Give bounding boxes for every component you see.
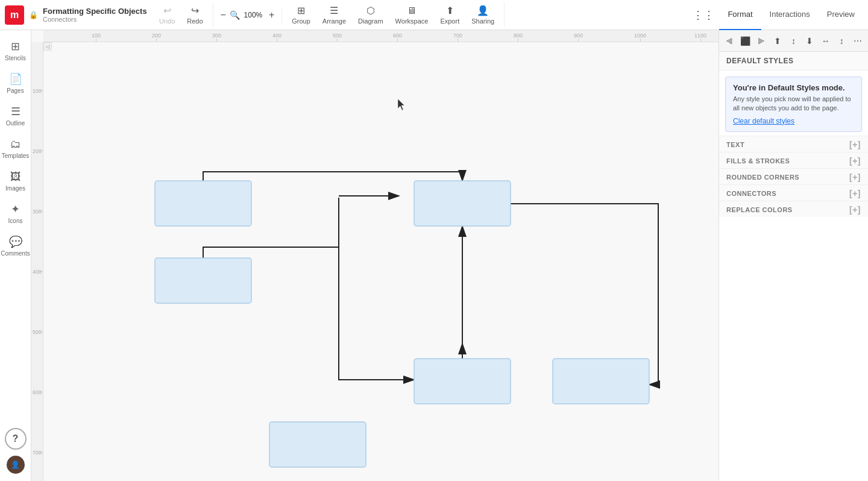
- sidebar-item-comments[interactable]: 💬 Comments: [2, 230, 29, 262]
- workspace-icon: 🖥: [407, 5, 417, 16]
- align-middle-icon[interactable]: ↕: [785, 33, 802, 49]
- export-button[interactable]: ⬆ Export: [435, 2, 464, 27]
- section-rounded-toggle: [+]: [849, 172, 861, 182]
- clear-default-styles-link[interactable]: Clear default styles: [733, 117, 854, 125]
- help-button[interactable]: ?: [5, 428, 27, 450]
- toolbar: m 🔒 Formatting Specific Objects Connecto…: [0, 0, 868, 30]
- sidebar-item-outline[interactable]: ☰ Outline: [2, 100, 29, 131]
- section-text-toggle: [+]: [849, 140, 861, 149]
- distribute-h-icon[interactable]: ↔: [817, 33, 834, 49]
- zoom-in-button[interactable]: +: [266, 7, 277, 23]
- section-text[interactable]: TEXT [+]: [719, 136, 868, 152]
- diagram-button[interactable]: ⬡ Diagram: [353, 2, 388, 27]
- group-arrange-group: ⊞ Group ☰ Arrange ⬡ Diagram 🖥 Workspace …: [282, 2, 505, 27]
- left-sidebar: ⊞ Stencils 📄 Pages ☰ Outline 🗂 Templates…: [0, 30, 31, 481]
- align-bottom-icon[interactable]: ⬇: [802, 33, 818, 49]
- box-4[interactable]: [414, 359, 511, 404]
- connector-6: [339, 198, 414, 380]
- undo-button[interactable]: ↩ Undo: [154, 2, 180, 27]
- box-3[interactable]: [155, 258, 251, 303]
- more-options-icon[interactable]: ⋮⋮: [688, 8, 719, 22]
- arrange-button[interactable]: ☰ Arrange: [318, 2, 351, 27]
- doc-title: Formatting Specific Objects: [43, 7, 147, 16]
- connector-3: [511, 204, 658, 385]
- section-replace-toggle: [+]: [849, 205, 861, 215]
- section-connectors[interactable]: CONNECTORS [+]: [719, 184, 868, 201]
- connector-1: [203, 172, 462, 181]
- comments-icon: 💬: [9, 235, 22, 248]
- templates-icon: 🗂: [10, 138, 21, 151]
- sidebar-item-icons[interactable]: ✦ Icons: [2, 198, 29, 229]
- pages-icon: 📄: [9, 72, 22, 86]
- diagram-icon: ⬡: [366, 5, 375, 16]
- export-icon: ⬆: [446, 5, 454, 16]
- undo-icon: ↩: [163, 5, 171, 16]
- align-left-icon[interactable]: ⫷: [722, 33, 738, 49]
- canvas-wrapper[interactable]: 100 200 300 400 500 600 700 800 900 1000…: [31, 30, 719, 481]
- collapse-toggle[interactable]: ◁: [43, 42, 52, 51]
- redo-button[interactable]: ↪ Redo: [182, 2, 207, 27]
- undo-redo-group: ↩ Undo ↪ Redo: [149, 2, 213, 27]
- section-fills-toggle: [+]: [849, 156, 861, 166]
- zoom-group: − 🔍 100% +: [213, 7, 283, 23]
- panel-header: DEFAULT STYLES: [719, 52, 868, 71]
- section-rounded-corners[interactable]: ROUNDED CORNERS [+]: [719, 168, 868, 184]
- right-panel-icons: ⫷ ⬛ ⫸ ⬆ ↕ ⬇ ↔ ↕ ⋯: [719, 30, 868, 52]
- box-1[interactable]: [155, 181, 251, 226]
- zoom-out-button[interactable]: −: [218, 7, 228, 23]
- more-align-icon[interactable]: ⋯: [850, 33, 866, 49]
- workspace-button[interactable]: 🖥 Workspace: [391, 3, 433, 27]
- tab-format[interactable]: Format: [719, 0, 761, 30]
- main-area: ⊞ Stencils 📄 Pages ☰ Outline 🗂 Templates…: [0, 30, 868, 481]
- right-panel: ⫷ ⬛ ⫸ ⬆ ↕ ⬇ ↔ ↕ ⋯ DEFAULT STYLES You're …: [719, 30, 868, 481]
- sharing-icon: 👤: [477, 5, 489, 16]
- group-icon: ⊞: [297, 5, 305, 16]
- zoom-search-icon: 🔍: [230, 10, 240, 20]
- lock-icon: 🔒: [29, 11, 38, 19]
- right-tabs: ⋮⋮ Format Interactions Preview: [688, 0, 863, 30]
- sidebar-item-templates[interactable]: 🗂 Templates: [2, 133, 29, 164]
- app-logo: m: [5, 5, 24, 25]
- arrange-icon: ☰: [330, 5, 338, 16]
- sidebar-item-pages[interactable]: 📄 Pages: [2, 68, 29, 99]
- box-2[interactable]: [414, 181, 511, 226]
- tab-interactions[interactable]: Interactions: [761, 0, 819, 30]
- group-button[interactable]: ⊞ Group: [287, 2, 315, 27]
- logo-area: m 🔒 Formatting Specific Objects Connecto…: [5, 5, 149, 25]
- section-connectors-toggle: [+]: [849, 189, 861, 198]
- default-styles-banner: You're in Default Styles mode. Any style…: [725, 77, 862, 132]
- sidebar-item-stencils[interactable]: ⊞ Stencils: [2, 35, 29, 66]
- section-fills[interactable]: FILLS & STROKES [+]: [719, 152, 868, 168]
- banner-desc: Any style you pick now will be applied t…: [733, 95, 854, 113]
- zoom-level: 100%: [241, 11, 265, 19]
- diagram-canvas[interactable]: [43, 42, 719, 481]
- box-5[interactable]: [553, 359, 649, 404]
- banner-title: You're in Default Styles mode.: [733, 83, 854, 92]
- align-top-icon[interactable]: ⬆: [770, 33, 786, 49]
- distribute-v-icon[interactable]: ↕: [834, 33, 850, 49]
- box-6[interactable]: [269, 422, 366, 467]
- icons-icon: ✦: [11, 203, 20, 216]
- outline-icon: ☰: [11, 105, 20, 118]
- section-replace-colors[interactable]: REPLACE COLORS [+]: [719, 201, 868, 217]
- align-center-icon[interactable]: ⬛: [738, 33, 754, 49]
- stencils-icon: ⊞: [11, 40, 20, 53]
- images-icon: 🖼: [10, 171, 21, 183]
- sidebar-bottom: ? 👤: [5, 428, 27, 481]
- align-right-icon[interactable]: ⫸: [753, 33, 770, 49]
- ruler-left: 100 200 300 400 500 600 700: [31, 42, 43, 481]
- tab-preview[interactable]: Preview: [819, 0, 863, 30]
- ruler-top: 100 200 300 400 500 600 700 800 900 1000…: [43, 30, 719, 42]
- sharing-button[interactable]: 👤 Sharing: [467, 2, 499, 27]
- sidebar-item-images[interactable]: 🖼 Images: [2, 165, 29, 196]
- user-avatar[interactable]: 👤: [7, 456, 25, 474]
- redo-icon: ↪: [191, 5, 199, 16]
- doc-subtitle: Connectors: [43, 16, 147, 23]
